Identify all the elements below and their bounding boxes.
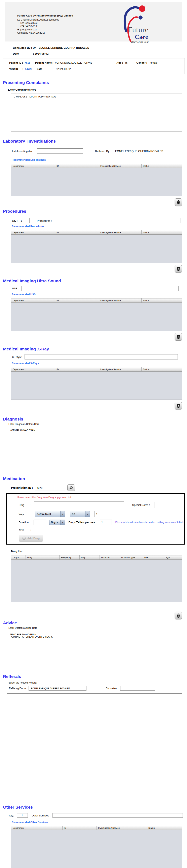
col-investigation-service: Investigation/Service [99, 164, 142, 168]
col-id: ID [55, 299, 99, 303]
duration-input[interactable] [34, 520, 46, 525]
company-name: Future Care by Future Holdings (Pty) Lim… [17, 14, 73, 18]
patient-name-value: VERONIQUE LUCILLE PURVIS [55, 61, 92, 64]
col-duration: Duration [100, 555, 120, 559]
diagnosis-textarea[interactable]: NORMAL GYNAE EXAM [7, 427, 182, 465]
xray-input[interactable] [25, 354, 178, 360]
procedures-delete-button[interactable] [175, 265, 182, 273]
complaints-label: Enter Complaints Here [8, 88, 187, 91]
way-qty-input[interactable] [94, 511, 106, 517]
xray-label: X-Rays : [12, 355, 22, 359]
frequency-select[interactable]: OD ▼ [70, 511, 90, 517]
duration-unit-select[interactable]: Day/s ▼ [49, 520, 65, 525]
procedures-trash-row [0, 265, 182, 273]
lab-trash-row [0, 198, 182, 206]
complaints-textarea[interactable]: GYNAE USS REPORT TODAY NORMAL [11, 93, 182, 131]
gender-value: Female [149, 61, 157, 64]
drug-delete-button[interactable] [175, 612, 182, 619]
section-title-ultrasound: Medical Imaging Ultra Sound [3, 279, 187, 283]
col-id: ID [55, 164, 99, 168]
other-services-table-body[interactable] [11, 830, 182, 868]
special-notes-input[interactable] [154, 502, 184, 508]
drug-trash-row [0, 612, 182, 619]
reffering-doctor-input[interactable] [29, 686, 86, 690]
procedures-input[interactable] [54, 218, 181, 223]
company-logo: Future Care ♥ Body Mind Soul [116, 3, 156, 43]
lab-investigation-input[interactable] [37, 148, 83, 154]
reffered-by-label: Reffered By : [95, 150, 111, 153]
other-qty-input[interactable] [17, 813, 28, 818]
way-select[interactable]: Before Meal ▼ [35, 511, 65, 517]
special-notes-label: Special Notes : [132, 503, 150, 506]
prescription-id-input[interactable] [35, 485, 65, 491]
col-status: Status [142, 367, 182, 371]
consultant-label: Consultant [106, 687, 117, 690]
col-investigation-service: Investigation/Service [99, 230, 142, 235]
recommended-uss-label: Recommended USS [12, 293, 187, 296]
procedures-table-body[interactable] [11, 235, 182, 263]
company-email: E: jude@future.sc [17, 28, 73, 31]
logo-tagline: Body Mind Soul [131, 40, 149, 43]
visit-date-value: : 2024-08-02 [56, 67, 71, 70]
drug-list-table-header: Drug ID Drug Frequency Way Duration Dura… [11, 555, 182, 560]
add-drug-button[interactable]: Add Drug [19, 535, 43, 541]
reffering-doctor-label: Reffering Doctor [9, 687, 27, 690]
col-drug-id: Drug ID [11, 555, 26, 559]
procedures-qty-input[interactable] [19, 218, 30, 223]
lab-results-table: Department ID Investigation/Service Stat… [11, 164, 182, 196]
total-label: Total [19, 528, 30, 531]
uss-table-body[interactable] [11, 303, 182, 331]
medication-entry-box: Please select the Drug from Drug suggess… [6, 493, 185, 545]
uss-delete-button[interactable] [175, 333, 182, 341]
age-label: Age : [116, 61, 123, 64]
frequency-select-value: OD [72, 513, 75, 516]
fraction-note: Please add as decimal numbers when addin… [115, 521, 184, 524]
lab-delete-button[interactable] [175, 198, 182, 206]
drug-input[interactable] [34, 501, 124, 508]
visit-date-label: Date [37, 67, 56, 70]
advice-textarea[interactable]: SEND FOR MAMOGRAM ROUTINE PAP SMEAR EVER… [7, 631, 182, 667]
xray-table: Department ID Investigation/Service Stat… [11, 367, 182, 400]
colon: : [30, 503, 34, 506]
procedures-qty-label: Qty : [12, 219, 17, 222]
company-phone1: T: +24 82 593 593 [17, 21, 73, 25]
way-select-value: Before Meal [37, 513, 51, 516]
gender-label: Gender : [136, 61, 147, 64]
plus-circle-icon [22, 536, 26, 540]
date-label: Date [13, 52, 33, 55]
drug-list-table: Drug ID Drug Frequency Way Duration Dura… [11, 555, 182, 602]
section-title-medication: Medication [3, 476, 187, 481]
xray-table-header: Department ID Investigation/Service Stat… [11, 367, 182, 372]
trash-icon [177, 335, 180, 339]
drug-list-label: Drug List [11, 550, 187, 553]
lab-table-body[interactable] [11, 168, 182, 196]
col-investigation-service: Investigation/Service [99, 367, 142, 371]
trash-icon [177, 404, 180, 408]
company-number: Company No.8417652-2 [17, 31, 73, 34]
drug-label: Drug [19, 503, 30, 506]
per-meal-input[interactable] [100, 520, 112, 525]
section-title-other-services: Other Services [3, 805, 187, 810]
other-services-field-row: Qty: Other Services : [9, 813, 187, 818]
xray-trash-row [0, 402, 182, 409]
xray-table-body[interactable] [11, 372, 182, 400]
consultant-input[interactable] [120, 686, 155, 690]
col-status: Status [142, 230, 182, 235]
col-status: Status [142, 164, 182, 168]
company-phone2: T: +24 84 225 252 [17, 25, 73, 28]
per-meal-label: Drugs/Tablets per meal : [69, 521, 97, 524]
col-department: Department [11, 230, 55, 235]
total-row: Total : [19, 528, 184, 531]
drug-list-table-body[interactable] [11, 560, 182, 602]
xray-delete-button[interactable] [175, 402, 182, 409]
drug-row: Drug : Special Notes : [19, 501, 184, 508]
age-value: 46 [125, 61, 127, 64]
procedures-label: Procedures : [37, 219, 52, 222]
section-title-presenting-complaints: Presenting Complaints [3, 80, 187, 85]
prescription-refresh-button[interactable] [67, 484, 75, 491]
other-services-input[interactable] [52, 813, 183, 818]
refferal-list-box[interactable] [7, 693, 182, 797]
uss-input[interactable] [21, 286, 179, 291]
duration-unit-value: Day/s [51, 521, 58, 524]
other-services-table: Department ID Investigation / Service St… [11, 826, 182, 868]
